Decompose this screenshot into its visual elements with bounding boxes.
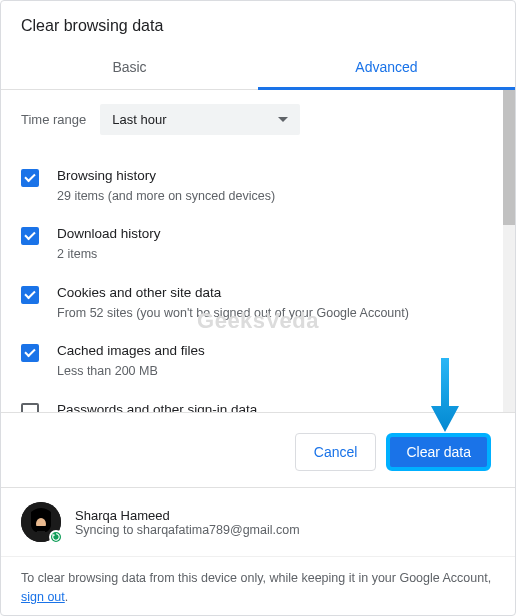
tab-basic[interactable]: Basic <box>1 47 258 89</box>
option-title: Cookies and other site data <box>57 284 495 303</box>
scrollbar-track[interactable] <box>503 90 515 412</box>
checkbox[interactable] <box>21 227 39 245</box>
svg-rect-2 <box>36 526 46 531</box>
dialog-title: Clear browsing data <box>1 1 515 47</box>
account-status: Syncing to sharqafatima789@gmail.com <box>75 523 300 537</box>
tabs: Basic Advanced <box>1 47 515 90</box>
tab-advanced[interactable]: Advanced <box>258 47 515 90</box>
option-title: Browsing history <box>57 167 495 186</box>
checkbox[interactable] <box>21 344 39 362</box>
option-text: Download history2 items <box>57 225 495 263</box>
check-icon <box>24 229 35 240</box>
option-subtext: From 52 sites (you won't be signed out o… <box>57 305 495 323</box>
check-icon <box>24 288 35 299</box>
option-text: Browsing history29 items (and more on sy… <box>57 167 495 205</box>
footer-buttons: Cancel Clear data <box>1 412 515 487</box>
chevron-down-icon <box>278 117 288 122</box>
option-text: Cached images and filesLess than 200 MB <box>57 342 495 380</box>
footer-text-after: . <box>65 590 68 604</box>
checkbox[interactable] <box>21 286 39 304</box>
sign-out-link[interactable]: sign out <box>21 590 65 604</box>
option-row: Cached images and filesLess than 200 MB <box>21 332 495 390</box>
time-range-value: Last hour <box>112 112 166 127</box>
option-text: Passwords and other sign-in dataNone <box>57 401 495 412</box>
footer-note: To clear browsing data from this device … <box>1 556 515 616</box>
option-title: Passwords and other sign-in data <box>57 401 495 412</box>
time-range-select[interactable]: Last hour <box>100 104 300 135</box>
cancel-button[interactable]: Cancel <box>295 433 377 471</box>
checkbox[interactable] <box>21 403 39 412</box>
option-text: Cookies and other site dataFrom 52 sites… <box>57 284 495 322</box>
option-subtext: 2 items <box>57 246 495 264</box>
footer-text-before: To clear browsing data from this device … <box>21 571 491 585</box>
option-title: Download history <box>57 225 495 244</box>
option-subtext: Less than 200 MB <box>57 363 495 381</box>
content-scroll: GeeksVeda Time range Last hour Browsing … <box>1 90 515 412</box>
clear-data-button[interactable]: Clear data <box>386 433 491 471</box>
option-row: Passwords and other sign-in dataNone <box>21 391 495 412</box>
check-icon <box>24 171 35 182</box>
check-icon <box>24 346 35 357</box>
account-name: Sharqa Hameed <box>75 508 300 523</box>
scrollbar-thumb[interactable] <box>503 90 515 225</box>
option-row: Browsing history29 items (and more on sy… <box>21 157 495 215</box>
sync-badge-icon <box>49 530 63 544</box>
time-range-label: Time range <box>21 112 86 127</box>
account-section: Sharqa Hameed Syncing to sharqafatima789… <box>1 487 515 556</box>
option-title: Cached images and files <box>57 342 495 361</box>
option-subtext: 29 items (and more on synced devices) <box>57 188 495 206</box>
checkbox[interactable] <box>21 169 39 187</box>
option-row: Cookies and other site dataFrom 52 sites… <box>21 274 495 332</box>
avatar <box>21 502 61 542</box>
option-row: Download history2 items <box>21 215 495 273</box>
